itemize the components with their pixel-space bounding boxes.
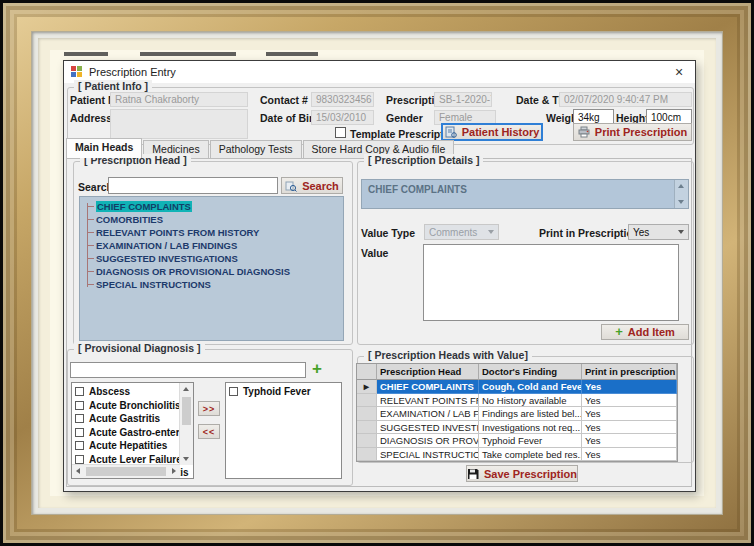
cell-prescription-head: SPECIAL INSTRUCTIONS: [377, 448, 479, 462]
checkbox-icon[interactable]: [75, 401, 84, 410]
add-item-button[interactable]: + Add Item: [601, 324, 689, 340]
diagnosis-item[interactable]: Acute Gastro-enteritis: [75, 426, 180, 440]
row-selector: [357, 434, 377, 448]
print-prescription-label: Print Prescription: [595, 126, 687, 138]
tab-pathology-tests[interactable]: Pathology Tests: [210, 140, 302, 158]
tree-item-label: EXAMINATION / LAB FINDINGS: [96, 240, 237, 251]
table-row[interactable]: DIAGNOSIS OR PROVI...Typhoid FeverYes: [357, 434, 677, 448]
row-selector: [357, 448, 377, 462]
column-header[interactable]: Doctor's Finding: [479, 364, 582, 380]
provisional-diagnosis-group-label: [ Provisional Diagnosis ]: [74, 342, 205, 354]
gender-label: Gender: [386, 112, 423, 124]
tree-item-label: RELEVANT POINTS FROM HISTORY: [96, 227, 259, 238]
column-header[interactable]: Print in prescription: [582, 364, 677, 380]
tree-item[interactable]: CHIEF COMPLAINTS: [80, 200, 343, 213]
chevron-down-icon: [678, 230, 684, 234]
add-diagnosis-button[interactable]: +: [312, 361, 322, 377]
checkbox-icon[interactable]: [75, 387, 84, 396]
row-selector: [357, 407, 377, 421]
value-type-value: Comments: [429, 227, 477, 238]
diagnosis-label: Acute Gastritis: [89, 413, 160, 424]
scroll-down-icon[interactable]: [183, 457, 189, 461]
scroll-right-icon[interactable]: [172, 468, 176, 474]
column-header[interactable]: Prescription Head: [377, 364, 479, 380]
template-prescription-checkbox[interactable]: [335, 127, 346, 138]
column-header[interactable]: [357, 364, 377, 380]
save-prescription-label: Save Prescription: [484, 468, 577, 480]
app-icon: [71, 66, 83, 78]
cell-prescription-head: CHIEF COMPLAINTS: [377, 380, 479, 394]
diagnosis-item[interactable]: Acute Bronchiolitis: [75, 399, 180, 413]
print-prescription-button[interactable]: Print Prescription: [573, 123, 692, 141]
scroll-down-icon[interactable]: [678, 200, 684, 204]
add-item-label: Add Item: [628, 326, 675, 338]
table-row[interactable]: ►CHIEF COMPLAINTSCough, Cold and FeverYe…: [357, 380, 677, 394]
scrollbar-thumb[interactable]: [182, 397, 191, 425]
contact-field: 9830323456: [311, 92, 374, 107]
prescription-entry-window: Prescription Entry × [ Patient Info ] Pa…: [63, 60, 696, 492]
checkbox-icon[interactable]: [75, 414, 84, 423]
checkbox-icon[interactable]: [229, 387, 238, 396]
vertical-scrollbar[interactable]: [179, 383, 193, 465]
tree-item-label: DIAGNOSIS OR PROVISIONAL DIAGNOSIS: [96, 266, 290, 277]
title-bar[interactable]: Prescription Entry ×: [64, 61, 695, 83]
checkbox-icon[interactable]: [75, 455, 84, 464]
search-button[interactable]: Search: [281, 177, 343, 194]
tree-item[interactable]: SUGGESTED INVESTIGATIONS: [80, 252, 343, 265]
tree-item[interactable]: DIAGNOSIS OR PROVISIONAL DIAGNOSIS: [80, 265, 343, 278]
cell-print-in-prescription: Yes: [582, 421, 677, 435]
save-icon: [467, 468, 479, 480]
scroll-left-icon[interactable]: [76, 468, 80, 474]
scroll-up-icon[interactable]: [678, 184, 684, 188]
datetime-field: 02/07/2020 9:40:47 PM: [559, 92, 692, 107]
move-right-button[interactable]: >>: [198, 401, 220, 416]
tab-main-heads[interactable]: Main Heads: [66, 138, 142, 158]
value-type-select[interactable]: Comments: [424, 224, 499, 240]
tree-item[interactable]: SPECIAL INSTRUCTIONS: [80, 278, 343, 291]
tree-item-label: CHIEF COMPLAINTS: [96, 201, 192, 212]
checkbox-icon[interactable]: [75, 428, 84, 437]
diagnosis-item[interactable]: Acute Gastritis: [75, 412, 180, 426]
search-input[interactable]: [108, 177, 278, 194]
scrollbar-thumb[interactable]: [86, 467, 166, 476]
headbox-scrollbar[interactable]: [674, 180, 688, 208]
address-label: Address: [70, 112, 112, 124]
tree-item[interactable]: COMORBITIES: [80, 213, 343, 226]
patient-info-group-label: [ Patient Info ]: [74, 80, 152, 92]
available-diagnosis-list[interactable]: AbscessAcute BronchiolitisAcute Gastriti…: [71, 382, 194, 479]
cropped-background-text: [266, 52, 318, 56]
history-icon: [445, 126, 457, 138]
patient-history-button[interactable]: Patient History: [441, 123, 543, 141]
value-textarea[interactable]: [423, 244, 679, 321]
table-row[interactable]: SPECIAL INSTRUCTIONSTake complete bed re…: [357, 448, 677, 462]
print-in-prescription-select[interactable]: Yes: [628, 224, 689, 240]
cell-print-in-prescription: Yes: [582, 448, 677, 462]
cell-print-in-prescription: Yes: [582, 434, 677, 448]
cell-prescription-head: EXAMINATION / LAB FI...: [377, 407, 479, 421]
table-row[interactable]: SUGGESTED INVESTIG...Investigations not …: [357, 421, 677, 435]
diagnosis-item[interactable]: Acute Hepatities: [75, 439, 180, 453]
scroll-up-icon[interactable]: [183, 387, 189, 391]
selected-head-text: CHIEF COMPLAINTS: [368, 184, 467, 195]
tree-item[interactable]: RELEVANT POINTS FROM HISTORY: [80, 226, 343, 239]
move-left-button[interactable]: <<: [198, 424, 220, 439]
cell-print-in-prescription: Yes: [582, 380, 677, 394]
cell-doctors-finding: Cough, Cold and Fever: [479, 380, 582, 394]
prescription-head-tree: CHIEF COMPLAINTSCOMORBITIESRELEVANT POIN…: [79, 196, 344, 341]
printer-icon: [578, 126, 590, 138]
table-row[interactable]: EXAMINATION / LAB FI...Findings are list…: [357, 407, 677, 421]
new-diagnosis-input[interactable]: [70, 362, 306, 378]
selected-diagnosis-items: Typhoid Fever: [229, 385, 341, 399]
diagnosis-item[interactable]: Abscess: [75, 385, 180, 399]
save-prescription-button[interactable]: Save Prescription: [466, 465, 578, 482]
selected-diagnosis-list[interactable]: Typhoid Fever: [225, 382, 342, 479]
checkbox-icon[interactable]: [75, 441, 84, 450]
close-icon[interactable]: ×: [670, 63, 688, 81]
row-selector: ►: [357, 380, 377, 394]
horizontal-scrollbar[interactable]: [72, 464, 180, 478]
value-type-label: Value Type: [361, 227, 415, 239]
grid-body: ►CHIEF COMPLAINTSCough, Cold and FeverYe…: [357, 380, 677, 461]
tree-item[interactable]: EXAMINATION / LAB FINDINGS: [80, 239, 343, 252]
diagnosis-item[interactable]: Typhoid Fever: [229, 385, 341, 399]
table-row[interactable]: RELEVANT POINTS FR...No History availabl…: [357, 394, 677, 408]
